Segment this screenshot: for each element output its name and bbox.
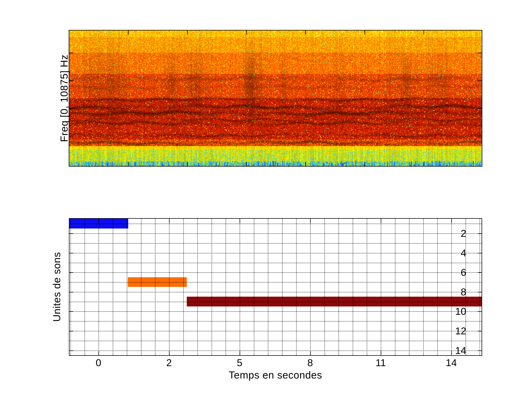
gantt-x-tick <box>240 219 240 223</box>
spectrogram-y-tick <box>478 53 482 53</box>
gantt-vertical-gridline <box>211 219 212 355</box>
spectrogram-x-tick <box>187 162 188 166</box>
spectrogram-x-tick <box>364 162 365 166</box>
spectrogram-plot <box>69 30 482 167</box>
gantt-x-tick <box>451 351 452 355</box>
gantt-vertical-gridline <box>254 219 254 355</box>
gantt-vertical-gridline <box>423 219 424 355</box>
gantt-vertical-gridline <box>127 219 127 355</box>
gantt-vertical-gridline <box>282 219 283 355</box>
gantt-vertical-gridline <box>353 219 353 355</box>
gantt-x-tick <box>98 351 99 355</box>
gantt-vertical-gridline <box>113 219 113 355</box>
gantt-vertical-gridline <box>240 219 240 355</box>
spectrogram-x-tick <box>187 31 188 35</box>
gantt-y-tick <box>477 350 481 351</box>
gantt-vertical-gridline <box>367 219 367 355</box>
spectrogram-x-tick <box>305 31 306 35</box>
gantt-vertical-gridline <box>437 219 438 355</box>
spectrogram-x-tick <box>424 162 424 166</box>
gantt-vertical-gridline <box>268 219 268 355</box>
gantt-vertical-gridline <box>338 219 339 355</box>
gantt-y-tick <box>70 331 74 331</box>
gantt-x-tick <box>98 219 99 223</box>
spectrogram-x-tick <box>128 162 129 166</box>
gantt-y-tick <box>70 233 74 234</box>
spectrogram-x-tick <box>424 31 424 35</box>
gantt-vertical-gridline <box>381 219 381 355</box>
gantt-x-tick <box>169 351 170 355</box>
spectrogram-y-axis-label: Freq [0, 10875] Hz <box>58 55 70 142</box>
gantt-x-tick-label: 2 <box>166 357 172 368</box>
gantt-x-tick <box>381 351 381 355</box>
gantt-vertical-gridline <box>70 219 71 355</box>
gantt-horizontal-gridline <box>70 292 481 292</box>
gantt-horizontal-gridline <box>70 243 481 244</box>
spectrogram-x-tick <box>305 162 306 166</box>
gantt-x-axis-label: Temps en secondes <box>229 369 322 381</box>
gantt-y-axis-label: Unites de sons <box>51 252 63 322</box>
spectrogram-x-tick <box>246 162 247 166</box>
gantt-x-tick <box>240 351 240 355</box>
gantt-vertical-gridline <box>324 219 325 355</box>
gantt-vertical-gridline <box>466 219 466 355</box>
gantt-vertical-gridline <box>226 219 226 355</box>
gantt-x-tick <box>310 219 311 223</box>
gantt-y-tick <box>477 253 481 253</box>
spectrogram-x-tick <box>364 31 365 35</box>
gantt-horizontal-gridline <box>70 263 481 263</box>
spectrogram-y-tick <box>478 108 482 109</box>
spectrogram-y-tick <box>69 53 73 53</box>
gantt-y-tick <box>70 253 74 253</box>
gantt-vertical-gridline <box>296 219 297 355</box>
gantt-y-tick <box>70 272 74 273</box>
gantt-vertical-gridline <box>310 219 311 355</box>
gantt-y-tick <box>477 311 481 312</box>
gantt-horizontal-gridline <box>70 302 481 302</box>
gantt-x-tick-label: 11 <box>375 357 386 368</box>
spectrogram-image <box>69 31 482 166</box>
spectrogram-area <box>69 31 482 166</box>
gantt-horizontal-gridline <box>70 272 481 273</box>
gantt-horizontal-gridline <box>70 331 481 331</box>
gantt-y-tick <box>477 233 481 234</box>
gantt-vertical-gridline <box>141 219 141 355</box>
gantt-horizontal-gridline <box>70 282 481 283</box>
gantt-y-tick <box>70 292 74 292</box>
gantt-y-tick <box>477 331 481 331</box>
gantt-vertical-gridline <box>451 219 452 355</box>
gantt-horizontal-gridline <box>70 253 481 253</box>
gantt-x-tick-label: 14 <box>446 357 457 368</box>
gantt-vertical-gridline <box>183 219 184 355</box>
gantt-x-tick <box>310 351 311 355</box>
spectrogram-y-tick <box>478 136 482 136</box>
gantt-y-tick <box>70 311 74 312</box>
gantt-horizontal-gridline <box>70 233 481 234</box>
gantt-vertical-gridline <box>409 219 410 355</box>
gantt-vertical-gridline <box>395 219 395 355</box>
spectrogram-x-tick <box>246 31 247 35</box>
gantt-area <box>70 219 481 355</box>
gantt-y-tick <box>70 350 74 351</box>
gantt-x-tick-label: 8 <box>307 357 313 368</box>
gantt-horizontal-gridline <box>70 341 481 341</box>
gantt-vertical-gridline <box>197 219 198 355</box>
spectrogram-y-tick <box>478 80 482 81</box>
gantt-vertical-gridline <box>84 219 85 355</box>
spectrogram-x-tick <box>128 31 129 35</box>
spectrogram-y-tick <box>69 80 73 81</box>
gantt-y-tick <box>477 292 481 292</box>
spectrogram-y-tick <box>69 136 73 136</box>
gantt-x-tick <box>169 219 170 223</box>
matlab-figure: Freq [0, 10875] Hz 02581114 2468101214 T… <box>0 0 532 399</box>
gantt-horizontal-gridline <box>70 350 481 351</box>
gantt-horizontal-gridline <box>70 311 481 312</box>
gantt-horizontal-gridline <box>70 223 481 224</box>
gantt-horizontal-gridline <box>70 321 481 322</box>
gantt-vertical-gridline <box>169 219 170 355</box>
gantt-vertical-gridline <box>480 219 480 355</box>
gantt-plot <box>69 218 482 356</box>
gantt-x-tick-label: 0 <box>96 357 101 368</box>
gantt-x-tick <box>451 219 452 223</box>
gantt-vertical-gridline <box>98 219 99 355</box>
